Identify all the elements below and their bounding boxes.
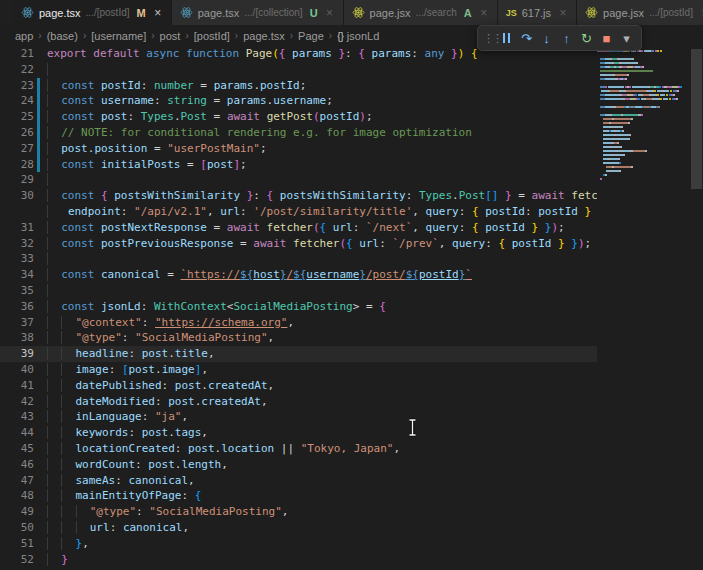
code-text: sameAs: canonical, (40, 473, 195, 489)
breadcrumb-item-pagetsx[interactable]: page.tsx (243, 30, 285, 42)
breadcrumb-separator-icon: › (235, 30, 238, 41)
indent-guide (47, 205, 61, 218)
line-number: 29 (0, 172, 34, 188)
close-icon[interactable]: × (556, 6, 570, 20)
tab-617.js[interactable]: JS617.js× (498, 0, 577, 25)
indent-guide (61, 316, 75, 329)
indent-guide (61, 505, 75, 518)
code-text: "@type": "SocialMediaPosting", (40, 504, 288, 520)
indent-guide (61, 331, 75, 344)
breadcrumb-label: [postId] (194, 30, 230, 42)
tab-page.tsx[interactable]: page.tsx.../[collection]U× (172, 0, 344, 25)
line-number: 25 (0, 109, 34, 125)
react-js-icon (352, 6, 365, 19)
line-number: 23 (0, 78, 34, 94)
indent-guide (47, 489, 61, 502)
breadcrumb-item-post[interactable]: post (160, 30, 181, 42)
close-icon[interactable]: × (698, 6, 703, 20)
tab-file-name: 617.js (522, 7, 551, 19)
code-text: headline: post.title, (40, 346, 215, 362)
close-icon[interactable]: × (477, 6, 491, 20)
indent-guide (47, 505, 61, 518)
indent-guide (47, 395, 61, 408)
line-number: 34 (0, 267, 34, 283)
indent-guide (47, 379, 61, 392)
tab-page.tsx[interactable]: page.tsx.../[postId]M× (13, 0, 172, 25)
minimap[interactable] (597, 46, 690, 570)
indent-guide (47, 553, 61, 566)
tab-page.jsx[interactable]: page.jsx.../searchA× (344, 0, 498, 25)
line-number: 43 (0, 409, 34, 425)
line-number: 44 (0, 425, 34, 441)
line-number: 47 (0, 473, 34, 489)
line-number: 42 (0, 394, 34, 410)
breadcrumb-separator-icon: › (83, 30, 86, 41)
pause-button[interactable] (497, 28, 516, 48)
indent-guide (47, 63, 61, 76)
indent-guide (61, 474, 75, 487)
code-text: mainEntityOfPage: { (40, 488, 201, 504)
breadcrumb-item-username[interactable]: [username] (91, 30, 146, 42)
line-number: 26 (0, 125, 34, 141)
line-number: 49 (0, 504, 34, 520)
pause-icon (503, 33, 511, 43)
git-status-badge: A (464, 7, 472, 19)
indent-guide (61, 458, 75, 471)
tab-file-name: page.jsx (370, 7, 411, 19)
restart-button[interactable]: ↻ (577, 28, 596, 48)
tab-file-dir: .../search (416, 7, 457, 18)
step-out-button[interactable]: ↑ (557, 28, 576, 48)
code-text: url: canonical, (40, 520, 189, 536)
tab-file-name: page.tsx (198, 7, 240, 19)
code-text: image: [post.image], (40, 362, 208, 378)
indent-guide (47, 142, 61, 155)
minimap-line (600, 177, 690, 181)
breadcrumb-item-jsonLd[interactable]: {}jsonLd (337, 30, 379, 42)
breadcrumb-item-app[interactable]: app (15, 30, 33, 42)
breadcrumb-separator-icon: › (185, 30, 188, 41)
breadcrumb-label: page.tsx (243, 30, 285, 42)
indent-guide (76, 505, 90, 518)
more-button[interactable]: ▾ (617, 28, 636, 48)
code-text: const username: string = params.username… (40, 93, 333, 109)
step-into-button[interactable]: ↓ (537, 28, 556, 48)
breadcrumb-label: post (160, 30, 181, 42)
close-icon[interactable]: × (323, 6, 337, 20)
scrollbar-thumb[interactable] (691, 49, 702, 189)
indent-guide (61, 426, 75, 439)
step-over-button[interactable]: ↷ (517, 28, 536, 48)
indent-guide (47, 442, 61, 455)
code-text: dateModified: post.createdAt, (40, 394, 268, 410)
code-text (40, 251, 61, 267)
code-text: const post: Types.Post = await getPost(p… (40, 109, 373, 125)
breadcrumb-item-Page[interactable]: Page (298, 30, 324, 42)
line-number: 32 (0, 236, 34, 252)
tab-page.jsx[interactable]: page.jsx.../[postId]× (577, 0, 703, 25)
git-status-badge: U (310, 7, 318, 19)
line-number: 38 (0, 330, 34, 346)
indent-guide (61, 379, 75, 392)
object-symbol-icon: {} (337, 31, 344, 42)
stop-button[interactable]: ■ (597, 28, 616, 48)
react-ts-icon (21, 6, 34, 19)
breadcrumb-item-postId[interactable]: [postId] (194, 30, 230, 42)
indent-guide (47, 94, 61, 107)
js-icon: JS (506, 8, 517, 18)
breadcrumb-label: jsonLd (347, 30, 379, 42)
drag-handle-icon[interactable]: ⋮⋮ (483, 32, 496, 45)
indent-guide (47, 521, 61, 534)
breadcrumb-label: app (15, 30, 33, 42)
indent-guide (47, 252, 61, 265)
debug-toolbar[interactable]: ⋮⋮↷↓↑↻■▾ (477, 25, 642, 51)
close-icon[interactable]: × (151, 6, 165, 20)
indent-guide (47, 110, 61, 123)
tabbar-left-spacer (0, 0, 13, 25)
indent-guide (61, 363, 75, 376)
line-number: 37 (0, 315, 34, 331)
breadcrumb-item-base[interactable]: (base) (47, 30, 78, 42)
breadcrumb-label: Page (298, 30, 324, 42)
react-js-icon (585, 6, 598, 19)
breadcrumb-label: [username] (91, 30, 146, 42)
tab-file-dir: .../[collection] (244, 7, 302, 18)
breadcrumb-separator-icon: › (290, 30, 293, 41)
